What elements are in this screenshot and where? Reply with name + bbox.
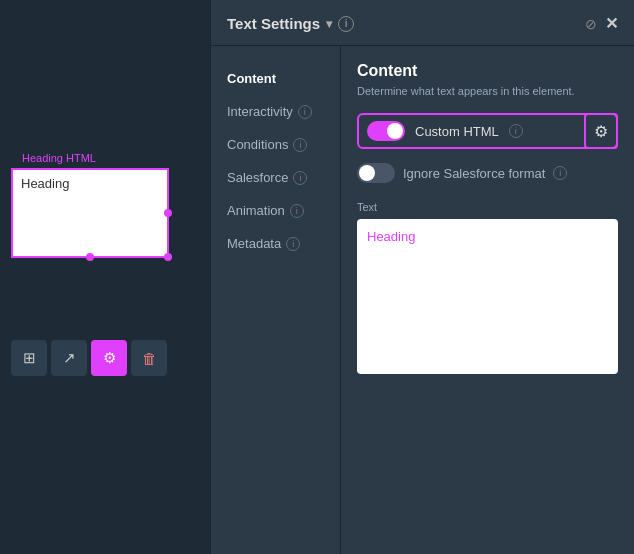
panel-header-actions: ⊘ ✕	[585, 14, 618, 33]
element-box[interactable]: Heading	[11, 168, 169, 258]
custom-html-row: Custom HTML i ⚙	[357, 113, 618, 149]
sidebar-item-interactivity[interactable]: Interactivity i	[211, 95, 340, 128]
link-button[interactable]: ↗	[51, 340, 87, 376]
conditions-info-icon: i	[293, 138, 307, 152]
content-description: Determine what text appears in this elem…	[357, 84, 618, 99]
custom-html-toggle[interactable]	[367, 121, 405, 141]
close-icon[interactable]: ✕	[605, 14, 618, 33]
settings-button[interactable]: ⚙	[91, 340, 127, 376]
custom-html-label: Custom HTML	[415, 124, 499, 139]
panel-body: Content Interactivity i Conditions i Sal…	[211, 46, 634, 554]
gear-icon[interactable]: ⚙	[584, 113, 618, 149]
nav-salesforce-label: Salesforce	[227, 170, 288, 185]
panel-info-icon[interactable]: i	[338, 16, 354, 32]
panel-nav: Content Interactivity i Conditions i Sal…	[211, 46, 341, 554]
chevron-down-icon[interactable]: ▾	[326, 17, 332, 31]
canvas-area: Heading HTML Heading ⊞ ↗ ⚙ 🗑	[0, 0, 210, 554]
sidebar-item-conditions[interactable]: Conditions i	[211, 128, 340, 161]
salesforce-format-label: Ignore Salesforce format	[403, 166, 545, 181]
pin-icon[interactable]: ⊘	[585, 16, 597, 32]
element-box-text: Heading	[21, 176, 69, 191]
custom-html-info-icon[interactable]: i	[509, 124, 523, 138]
settings-panel: Text Settings ▾ i ⊘ ✕ Content Interactiv…	[210, 0, 634, 554]
bottom-toolbar: ⊞ ↗ ⚙ 🗑	[11, 340, 167, 376]
nav-interactivity-label: Interactivity	[227, 104, 293, 119]
content-section-title: Content	[357, 62, 618, 80]
salesforce-toggle-knob	[359, 165, 375, 181]
delete-button[interactable]: 🗑	[131, 340, 167, 376]
panel-content: Content Determine what text appears in t…	[341, 46, 634, 554]
sidebar-item-content[interactable]: Content	[211, 62, 340, 95]
nav-content-label: Content	[227, 71, 276, 86]
salesforce-format-toggle[interactable]	[357, 163, 395, 183]
nav-metadata-label: Metadata	[227, 236, 281, 251]
sidebar-item-salesforce[interactable]: Salesforce i	[211, 161, 340, 194]
toggle-knob	[387, 123, 403, 139]
salesforce-format-info-icon[interactable]: i	[553, 166, 567, 180]
text-input[interactable]: Heading	[357, 219, 618, 374]
interactivity-info-icon: i	[298, 105, 312, 119]
sidebar-item-animation[interactable]: Animation i	[211, 194, 340, 227]
nav-animation-label: Animation	[227, 203, 285, 218]
salesforce-format-row: Ignore Salesforce format i	[357, 159, 618, 187]
salesforce-info-icon: i	[293, 171, 307, 185]
text-section-label: Text	[357, 201, 618, 213]
resize-handle-right[interactable]	[164, 209, 172, 217]
metadata-info-icon: i	[286, 237, 300, 251]
element-label: Heading HTML	[22, 152, 96, 164]
resize-handle-bottom[interactable]	[86, 253, 94, 261]
panel-header: Text Settings ▾ i ⊘ ✕	[211, 0, 634, 46]
panel-title: Text Settings ▾ i	[227, 15, 354, 32]
panel-title-text: Text Settings	[227, 15, 320, 32]
resize-handle-corner[interactable]	[164, 253, 172, 261]
sidebar-item-metadata[interactable]: Metadata i	[211, 227, 340, 260]
expand-button[interactable]: ⊞	[11, 340, 47, 376]
animation-info-icon: i	[290, 204, 304, 218]
nav-conditions-label: Conditions	[227, 137, 288, 152]
